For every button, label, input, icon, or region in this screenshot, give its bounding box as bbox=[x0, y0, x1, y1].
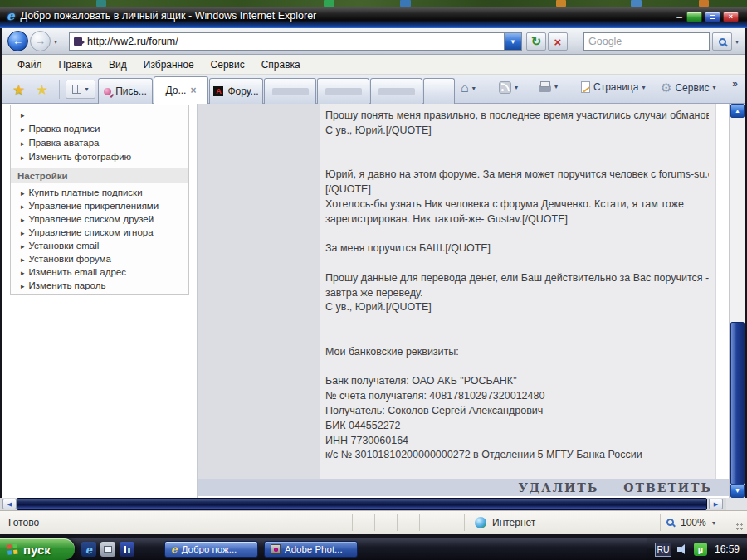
language-indicator[interactable]: RU bbox=[655, 543, 671, 557]
toolbar-overflow-icon[interactable]: » bbox=[732, 78, 738, 90]
search-go-button[interactable] bbox=[712, 32, 732, 51]
taskbar-clock[interactable]: 16:59 bbox=[715, 543, 740, 555]
sidebar-item-change-email[interactable]: Изменить email адрес bbox=[11, 265, 188, 279]
page-menu-button[interactable]: Страница bbox=[581, 81, 645, 93]
address-dropdown-button[interactable]: ▼ bbox=[504, 33, 521, 50]
search-provider-dropdown-icon[interactable] bbox=[735, 38, 739, 46]
favorites-center-icon[interactable]: ★ bbox=[12, 81, 25, 99]
tab-welcome-label: До... bbox=[166, 85, 187, 96]
sidebar-item-label: Управление списком игнора bbox=[29, 227, 154, 237]
sidebar-item-attachments[interactable]: Управление прикреплениями bbox=[11, 199, 188, 212]
sidebar-item-label: Изменить email адрес bbox=[29, 267, 126, 277]
quicklaunch-ie-icon[interactable]: e bbox=[81, 542, 96, 557]
tools-menu-button[interactable]: ⚙Сервис bbox=[661, 81, 716, 94]
scroll-up-button[interactable]: ▲ bbox=[730, 104, 745, 118]
vertical-scroll-thumb[interactable] bbox=[730, 322, 745, 485]
photoshop-icon bbox=[271, 544, 281, 554]
screen: e Добро пожаловать в личный ящик - Windo… bbox=[0, 0, 747, 560]
tab-forum[interactable]: A Фору... bbox=[209, 78, 263, 104]
address-bar[interactable]: ▼ bbox=[69, 32, 522, 51]
ie-logo-icon: e bbox=[7, 8, 15, 23]
sidebar-item-change-password[interactable]: Изменить пароль bbox=[11, 279, 188, 292]
sidebar-item[interactable] bbox=[11, 108, 188, 122]
zoom-level[interactable]: 100% bbox=[681, 517, 706, 528]
message-line bbox=[325, 330, 709, 345]
task-label: Добро пож... bbox=[182, 544, 237, 554]
menu-favorites[interactable]: Избранное bbox=[135, 56, 203, 73]
sidebar-item-ignore-list[interactable]: Управление списком игнора bbox=[11, 226, 188, 239]
tab-mail[interactable]: Пись... bbox=[98, 78, 153, 104]
utorrent-tray-icon[interactable]: µ bbox=[694, 543, 707, 556]
vertical-scrollbar[interactable]: ▲ ▼ bbox=[729, 104, 745, 498]
maximize-button[interactable] bbox=[705, 12, 720, 22]
sidebar-item-email-settings[interactable]: Установки email bbox=[11, 239, 188, 252]
zoom-dropdown-icon[interactable] bbox=[712, 519, 715, 527]
bullet-icon bbox=[21, 125, 25, 134]
tab-empty[interactable] bbox=[264, 78, 316, 104]
sidebar-item-change-photo[interactable]: Изменить фотографию bbox=[11, 150, 188, 164]
zoom-icon bbox=[666, 519, 674, 526]
sidebar-item-label: Правка подписи bbox=[29, 124, 100, 134]
message-line: завтра же переведу. bbox=[325, 286, 709, 301]
horizontal-scrollbar[interactable]: ◀ ▶ bbox=[0, 498, 747, 510]
profile-sidebar: Правка подписи Правка аватара Изменить ф… bbox=[10, 105, 189, 295]
tab-close-icon[interactable]: × bbox=[190, 85, 196, 96]
volume-icon[interactable] bbox=[677, 544, 688, 554]
close-button[interactable]: × bbox=[723, 12, 739, 22]
message-actions-bar: УДАЛИТЬ ОТВЕТИТЬ bbox=[198, 479, 729, 496]
scroll-right-button[interactable]: ▶ bbox=[709, 499, 723, 509]
status-bar: Готово Интернет 100% bbox=[0, 510, 747, 534]
reply-button[interactable]: ОТВЕТИТЬ bbox=[623, 481, 712, 494]
search-box[interactable] bbox=[583, 32, 710, 51]
menu-file[interactable]: Файл bbox=[9, 56, 51, 73]
quicklaunch-app-icon[interactable] bbox=[120, 542, 134, 557]
refresh-button[interactable]: ↻ bbox=[526, 32, 546, 51]
back-button[interactable]: ← bbox=[7, 31, 28, 51]
taskbar-task-browser[interactable]: e Добро пож... bbox=[164, 541, 258, 558]
scroll-down-button[interactable]: ▼ bbox=[730, 484, 745, 498]
menu-tools[interactable]: Сервис bbox=[203, 56, 253, 73]
sidebar-item-label: Изменить пароль bbox=[29, 280, 106, 290]
search-input[interactable] bbox=[588, 36, 705, 47]
minimize-button[interactable] bbox=[686, 12, 702, 22]
address-input[interactable] bbox=[87, 36, 504, 47]
quicklaunch-show-desktop-icon[interactable] bbox=[100, 542, 115, 557]
sidebar-item-label: Управление списком друзей bbox=[29, 214, 154, 224]
resize-grip[interactable] bbox=[735, 523, 744, 531]
sidebar-item-paid-subscriptions[interactable]: Купить платные подписки bbox=[11, 186, 188, 199]
stop-button[interactable]: × bbox=[548, 32, 568, 51]
bullet-icon bbox=[21, 139, 25, 148]
add-favorite-icon[interactable]: ★ bbox=[36, 81, 48, 99]
horizontal-scroll-thumb[interactable] bbox=[17, 498, 707, 510]
status-separator bbox=[419, 514, 420, 531]
title-bar[interactable]: e Добро пожаловать в личный ящик - Windo… bbox=[0, 7, 747, 28]
gear-icon: ⚙ bbox=[661, 81, 671, 94]
sidebar-item-edit-avatar[interactable]: Правка аватара bbox=[11, 136, 188, 150]
sidebar-item-friends-list[interactable]: Управление списком друзей bbox=[11, 212, 188, 226]
tab-empty[interactable] bbox=[370, 78, 422, 104]
feeds-button[interactable] bbox=[499, 81, 518, 94]
print-button[interactable] bbox=[539, 81, 558, 92]
menu-help[interactable]: Справка bbox=[253, 56, 309, 73]
scroll-left-button[interactable]: ◀ bbox=[2, 499, 17, 509]
home-button[interactable]: ⌂ bbox=[461, 81, 476, 95]
quick-tabs-button[interactable] bbox=[66, 80, 95, 99]
printer-icon bbox=[539, 85, 551, 92]
delete-button[interactable]: УДАЛИТЬ bbox=[518, 481, 598, 494]
tab-empty[interactable] bbox=[423, 78, 455, 104]
tab-welcome-active[interactable]: До... × bbox=[154, 76, 208, 104]
taskbar-task-photoshop[interactable]: Adobe Phot... bbox=[264, 541, 358, 558]
sidebar-item-edit-signature[interactable]: Правка подписи bbox=[11, 122, 188, 136]
menu-view[interactable]: Вид bbox=[100, 56, 135, 73]
message-line bbox=[325, 315, 709, 330]
chevron-down-icon bbox=[642, 84, 645, 91]
history-dropdown-icon[interactable] bbox=[54, 38, 57, 46]
forward-button[interactable]: → bbox=[30, 31, 51, 51]
message-body: Прошу понять меня правильно, в последнее… bbox=[320, 104, 716, 479]
sidebar-item-forum-settings[interactable]: Установки форума bbox=[11, 252, 188, 265]
chevron-down-icon bbox=[515, 84, 518, 91]
menu-edit[interactable]: Правка bbox=[51, 56, 101, 73]
quick-tabs-grid-icon bbox=[72, 85, 81, 94]
start-button[interactable]: пуск bbox=[0, 538, 75, 560]
tab-empty[interactable] bbox=[317, 78, 369, 104]
